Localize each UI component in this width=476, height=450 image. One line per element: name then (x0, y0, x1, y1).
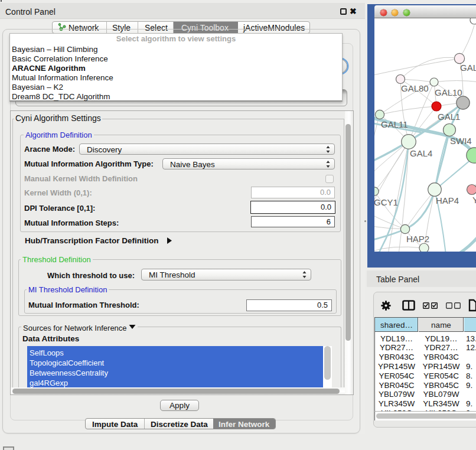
svg-text:HAP4: HAP4 (436, 195, 459, 206)
svg-text:SWI4: SWI4 (450, 136, 472, 146)
svg-text:GAL80: GAL80 (401, 83, 429, 93)
svg-text:GCY1: GCY1 (374, 197, 398, 207)
svg-text:HAP2: HAP2 (406, 234, 429, 244)
svg-text:GAL11: GAL11 (381, 119, 408, 129)
svg-text:GAL: GAL (460, 63, 476, 73)
svg-text:GAL1: GAL1 (438, 112, 460, 122)
svg-text:GAL4: GAL4 (410, 148, 432, 158)
svg-text:GAL10: GAL10 (435, 87, 462, 97)
svg-text:Y: Y (472, 195, 476, 205)
